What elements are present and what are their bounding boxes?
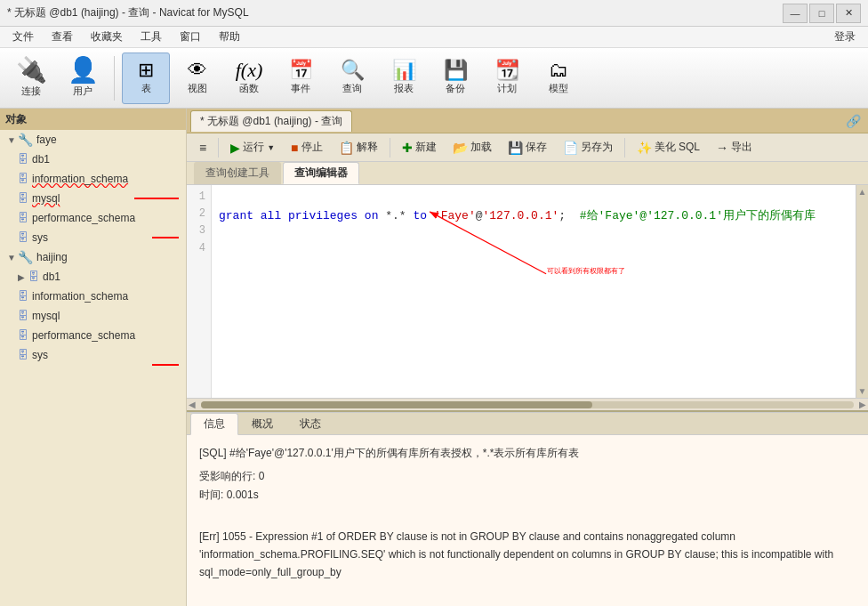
qbtn-beautify[interactable]: ✨ 美化 SQL [630, 137, 707, 158]
menu-tools[interactable]: 工具 [132, 28, 171, 46]
export-label: 导出 [731, 140, 752, 155]
func-icon: f(x) [236, 61, 263, 80]
info-time-text: 时间: 0.001s [199, 489, 259, 501]
code-editor[interactable]: 1 2 3 4 grant all privileges on *.* to '… [187, 185, 856, 398]
db-icon: 🗄 [18, 231, 28, 244]
qbtn-save[interactable]: 💾 保存 [501, 137, 554, 158]
minimize-button[interactable]: — [783, 4, 808, 23]
model-icon: 🗂 [549, 61, 568, 80]
toolbar-query[interactable]: 🔍 查询 [328, 53, 376, 104]
qbtn-stop[interactable]: ■ 停止 [284, 137, 329, 158]
connect-icon: 🔌 [16, 58, 47, 83]
toolbar-event[interactable]: 📅 事件 [277, 53, 325, 104]
tab-query[interactable]: * 无标题 @db1 (haijing) - 查询 [190, 110, 352, 132]
info-tab-overview[interactable]: 概况 [238, 413, 286, 435]
hscroll-bar[interactable]: ◀ ▶ [187, 398, 868, 410]
sidebar-item-haijing-sys[interactable]: 🗄 sys [0, 345, 186, 365]
func-label: 函数 [239, 82, 259, 95]
hscroll-thumb[interactable] [201, 401, 592, 408]
info-sql: [SQL] #给'Faye'@'127.0.0.1'用户下的所偶有库所有表授权，… [199, 444, 856, 462]
window-controls[interactable]: — □ ✕ [783, 4, 861, 23]
sub-tab-editor[interactable]: 查询编辑器 [283, 162, 359, 184]
code-section: 1 2 3 4 grant all privileges on *.* to '… [187, 185, 868, 398]
info-tab-info[interactable]: 信息 [190, 413, 238, 435]
saveas-label: 另存为 [581, 140, 613, 155]
sidebar-item-faye-information-schema[interactable]: 🗄 information_schema [0, 169, 186, 189]
toolbar-connect[interactable]: 🔌 连接 [7, 53, 55, 104]
toolbar-schedule[interactable]: 📆 计划 [483, 53, 531, 104]
info-tab-status-label: 状态 [300, 417, 321, 430]
qbtn-saveas[interactable]: 📄 另存为 [556, 137, 620, 158]
toolbar-report[interactable]: 📊 报表 [380, 53, 428, 104]
sub-tab-bar: 查询创建工具 查询编辑器 [187, 162, 868, 185]
scroll-down-icon[interactable]: ▼ [856, 384, 868, 398]
info-sql-text: [SQL] #给'Faye'@'127.0.0.1'用户下的所偶有库所有表授权，… [199, 447, 579, 459]
db-icon: 🗄 [18, 349, 28, 361]
menu-help[interactable]: 帮助 [210, 28, 249, 46]
new-label: 新建 [415, 140, 437, 155]
sidebar-item-faye-sys[interactable]: 🗄 sys [0, 228, 186, 247]
info-tab-status[interactable]: 状态 [286, 413, 334, 435]
info-tab-overview-label: 概况 [252, 417, 273, 430]
toolbar-func[interactable]: f(x) 函数 [225, 53, 273, 104]
top-tab-bar: * 无标题 @db1 (haijing) - 查询 🔗 [187, 109, 868, 133]
sidebar-item-faye[interactable]: ▼ 🔧 faye [0, 130, 186, 149]
sub-tab-create-label: 查询创建工具 [205, 166, 269, 179]
menu-favorites[interactable]: 收藏夹 [82, 28, 132, 46]
faye-arrow-icon: ▼ [7, 135, 18, 145]
sidebar-item-haijing-db1[interactable]: ▶ 🗄 db1 [0, 267, 186, 287]
hscroll-track[interactable] [201, 401, 854, 408]
maximize-button[interactable]: □ [809, 4, 834, 23]
code-content[interactable]: grant all privileges on *.* to 'Faye'@'1… [212, 185, 856, 398]
scroll-left-icon[interactable]: ◀ [187, 398, 197, 411]
sidebar-item-haijing[interactable]: ▼ 🔧 haijing [0, 247, 186, 267]
toolbar-model[interactable]: 🗂 模型 [534, 53, 583, 104]
info-error-text: [Err] 1055 - Expression #1 of ORDER BY c… [199, 530, 833, 579]
toolbar-view[interactable]: 👁 视图 [173, 53, 221, 104]
sidebar-header-label: 对象 [5, 112, 27, 127]
db-icon: 🗄 [18, 212, 28, 224]
sidebar-item-haijing-performance-schema[interactable]: 🗄 performance_schema [0, 326, 186, 345]
sidebar-item-faye-mysql[interactable]: 🗄 mysql [0, 189, 186, 208]
schedule-icon: 📆 [495, 61, 519, 80]
toolbar-backup[interactable]: 💾 备份 [431, 53, 479, 104]
sub-tab-create[interactable]: 查询创建工具 [194, 162, 281, 184]
menu-icon: ≡ [199, 141, 206, 155]
qbtn-export[interactable]: → 导出 [709, 137, 760, 158]
toolbar-sep-1 [114, 56, 115, 101]
qbtn-explain[interactable]: 📋 解释 [332, 137, 385, 158]
menu-view[interactable]: 查看 [43, 28, 82, 46]
menu-file[interactable]: 文件 [4, 28, 43, 46]
scroll-up-icon[interactable]: ▲ [856, 185, 868, 198]
run-icon: ▶ [230, 141, 240, 155]
toolbar-user[interactable]: 👤 用户 [59, 53, 107, 104]
sidebar-item-faye-db1[interactable]: 🗄 db1 [0, 149, 186, 169]
query-icon: 🔍 [341, 61, 365, 80]
faye-label: faye [36, 133, 57, 146]
backup-icon: 💾 [444, 61, 468, 80]
table-label: 表 [141, 82, 151, 95]
login-button[interactable]: 登录 [834, 29, 864, 44]
scroll-right-icon[interactable]: ▶ [857, 398, 868, 411]
line-numbers: 1 2 3 4 [187, 185, 212, 398]
qbtn-load[interactable]: 📂 加载 [446, 137, 499, 158]
tab-icon-button[interactable]: 🔗 [842, 112, 864, 130]
sub-tab-editor-label: 查询编辑器 [294, 166, 348, 179]
menu-bar: 文件 查看 收藏夹 工具 窗口 帮助 登录 [0, 27, 868, 48]
sidebar-item-haijing-information-schema[interactable]: 🗄 information_schema [0, 287, 186, 306]
info-tab-bar: 信息 概况 状态 [187, 412, 868, 435]
qbtn-run[interactable]: ▶ 运行 ▼ [223, 137, 282, 158]
qbtn-new[interactable]: ✚ 新建 [395, 137, 444, 158]
close-button[interactable]: ✕ [836, 4, 861, 23]
menu-window[interactable]: 窗口 [171, 28, 210, 46]
sidebar-item-faye-performance-schema[interactable]: 🗄 performance_schema [0, 208, 186, 228]
app-title: * 无标题 @db1 (haijing) - 查询 - Navicat for … [7, 5, 249, 20]
toolbar-table[interactable]: ⊞ 表 [122, 53, 170, 104]
user-label: 用户 [73, 85, 92, 98]
right-scrollbar[interactable]: ▲ ▼ [856, 185, 868, 398]
sidebar-item-haijing-mysql[interactable]: 🗄 mysql [0, 306, 186, 326]
backup-label: 备份 [446, 82, 465, 95]
event-icon: 📅 [289, 61, 313, 80]
qbtn-menu[interactable]: ≡ [192, 138, 213, 158]
db-icon: 🗄 [18, 329, 28, 342]
